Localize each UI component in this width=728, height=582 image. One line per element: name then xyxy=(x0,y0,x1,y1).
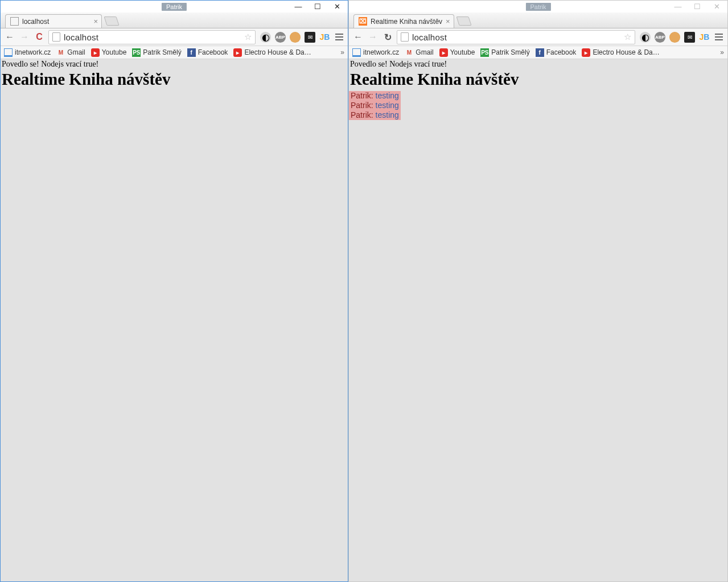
tabstrip: localhost × xyxy=(1,13,348,28)
reload-button[interactable]: ↻ xyxy=(382,31,393,43)
bookmark-label: itnetwork.cz xyxy=(363,48,399,56)
bookmark-itnetwork[interactable]: itnetwork.cz xyxy=(352,48,399,57)
chevron-right-icon[interactable]: » xyxy=(720,48,724,56)
row-name: Patrik xyxy=(351,101,371,110)
guestbook-rows: Patrik: testing Patrik: testing Patrik: … xyxy=(349,91,401,120)
bookmark-facebook[interactable]: fFacebook xyxy=(187,48,228,57)
laptop-icon xyxy=(4,48,13,57)
forward-button[interactable]: → xyxy=(19,31,30,43)
address-bar[interactable]: localhost ☆ xyxy=(48,30,256,44)
facebook-icon: f xyxy=(536,48,544,57)
guestbook-row: Patrik: testing xyxy=(349,110,401,120)
row-msg: testing xyxy=(376,91,399,100)
bookmark-youtube[interactable]: ▸Youtube xyxy=(91,48,127,57)
bookmark-star-icon[interactable]: ☆ xyxy=(244,32,252,42)
bookmark-bar: itnetwork.cz MGmail ▸Youtube PSPatrik Sm… xyxy=(349,46,727,59)
youtube-icon: ▸ xyxy=(582,48,590,57)
url-text: localhost xyxy=(64,32,98,42)
tab-title: localhost xyxy=(22,18,49,26)
bookmark-label: Facebook xyxy=(198,48,228,56)
minimize-button[interactable]: — xyxy=(294,3,302,11)
bookmark-label: Patrik Smělý xyxy=(143,48,181,56)
titlebar[interactable]: Patrik — ☐ ✕ xyxy=(349,1,727,13)
extension-circle-icon[interactable]: ◐ xyxy=(640,32,651,43)
close-button[interactable]: ✕ xyxy=(333,3,341,11)
browser-window-right: Patrik — ☐ ✕ ⌧ Realtime Kniha návštěv × … xyxy=(348,0,728,582)
extension-icons: ◐ ABP ✉ JB xyxy=(639,32,724,43)
bookmark-label: itnetwork.cz xyxy=(15,48,51,56)
jb-icon[interactable]: JB xyxy=(699,32,710,43)
bookmark-electro[interactable]: ▸Electro House & Da… xyxy=(582,48,659,57)
bookmark-label: Youtube xyxy=(102,48,127,56)
chrome-menu-icon[interactable] xyxy=(714,34,724,40)
page-content: Povedlo se! Nodejs vrací true! Realtime … xyxy=(349,59,727,581)
row-sep: : xyxy=(371,110,376,119)
bookmark-youtube[interactable]: ▸Youtube xyxy=(439,48,475,57)
jb-icon[interactable]: JB xyxy=(319,32,330,43)
extension-circle-icon[interactable]: ◐ xyxy=(260,32,271,43)
bookmark-star-icon[interactable]: ☆ xyxy=(624,32,631,42)
back-button[interactable]: ← xyxy=(4,31,15,43)
bookmark-gmail[interactable]: MGmail xyxy=(56,48,85,57)
extension-icons: ◐ ABP ✉ JB xyxy=(259,32,344,43)
bookmark-label: Electro House & Da… xyxy=(244,48,311,56)
tab-close-icon[interactable]: × xyxy=(446,17,450,26)
row-name: Patrik xyxy=(351,91,371,100)
tab-close-icon[interactable]: × xyxy=(93,17,98,26)
guestbook-row: Patrik: testing xyxy=(349,101,401,110)
bookmark-itnetwork[interactable]: itnetwork.cz xyxy=(4,48,51,57)
adblock-icon[interactable]: ABP xyxy=(275,32,286,43)
maximize-button[interactable]: ☐ xyxy=(693,3,701,11)
page-heading: Realtime Kniha návštěv xyxy=(349,69,727,91)
row-sep: : xyxy=(371,101,376,110)
bookmark-electro[interactable]: ▸Electro House & Da… xyxy=(233,48,311,57)
row-sep: : xyxy=(371,91,376,100)
adblock-icon[interactable]: ABP xyxy=(655,32,665,43)
tabstrip: ⌧ Realtime Kniha návštěv × xyxy=(349,13,727,28)
browser-window-left: Patrik — ☐ ✕ localhost × ← → C localhost… xyxy=(0,0,348,582)
ps-icon: PS xyxy=(132,48,141,57)
chrome-menu-icon[interactable] xyxy=(334,34,344,40)
facebook-icon: f xyxy=(187,48,196,57)
ps-icon: PS xyxy=(480,48,489,57)
stop-reload-button[interactable]: C xyxy=(34,31,45,43)
address-bar[interactable]: localhost ☆ xyxy=(397,30,635,44)
blank-favicon-icon xyxy=(10,17,19,26)
user-badge[interactable]: Patrik xyxy=(525,3,550,11)
bookmark-facebook[interactable]: fFacebook xyxy=(536,48,577,57)
bookmark-label: Patrik Smělý xyxy=(491,48,529,56)
bookmark-patrik[interactable]: PSPatrik Smělý xyxy=(480,48,529,57)
bookmark-label: Electro House & Da… xyxy=(593,48,659,56)
close-button[interactable]: ✕ xyxy=(713,3,721,11)
tab-realtime[interactable]: ⌧ Realtime Kniha návštěv × xyxy=(353,14,454,28)
minimize-button[interactable]: — xyxy=(674,3,682,11)
user-badge[interactable]: Patrik xyxy=(162,3,187,11)
page-icon xyxy=(52,32,60,42)
bookmark-patrik[interactable]: PSPatrik Smělý xyxy=(132,48,181,57)
new-tab-button[interactable] xyxy=(104,16,119,26)
mail-icon[interactable]: ✉ xyxy=(305,32,315,43)
bookmark-label: Gmail xyxy=(67,48,85,56)
tab-localhost[interactable]: localhost × xyxy=(5,14,102,28)
cookie-icon[interactable] xyxy=(669,32,680,43)
row-msg: testing xyxy=(376,101,399,110)
back-button[interactable]: ← xyxy=(352,31,364,43)
page-heading: Realtime Kniha návštěv xyxy=(1,69,348,91)
status-text: Povedlo se! Nodejs vrací true! xyxy=(349,59,727,69)
forward-button[interactable]: → xyxy=(367,31,379,43)
mail-icon[interactable]: ✉ xyxy=(684,32,695,43)
chevron-right-icon[interactable]: » xyxy=(340,48,344,56)
youtube-icon: ▸ xyxy=(233,48,242,57)
bookmark-bar: itnetwork.cz MGmail ▸Youtube PSPatrik Sm… xyxy=(1,46,348,59)
cookie-icon[interactable] xyxy=(290,32,301,43)
bookmark-label: Youtube xyxy=(450,48,475,56)
bookmark-gmail[interactable]: MGmail xyxy=(405,48,433,57)
tab-title: Realtime Kniha návštěv xyxy=(371,18,442,26)
status-text: Povedlo se! Nodejs vrací true! xyxy=(1,59,348,69)
xampp-favicon-icon: ⌧ xyxy=(359,17,367,26)
toolbar: ← → C localhost ☆ ◐ ABP ✉ JB xyxy=(1,28,348,46)
window-controls: — ☐ ✕ xyxy=(294,3,347,11)
new-tab-button[interactable] xyxy=(456,16,471,26)
titlebar[interactable]: Patrik — ☐ ✕ xyxy=(1,1,348,13)
maximize-button[interactable]: ☐ xyxy=(314,3,322,11)
